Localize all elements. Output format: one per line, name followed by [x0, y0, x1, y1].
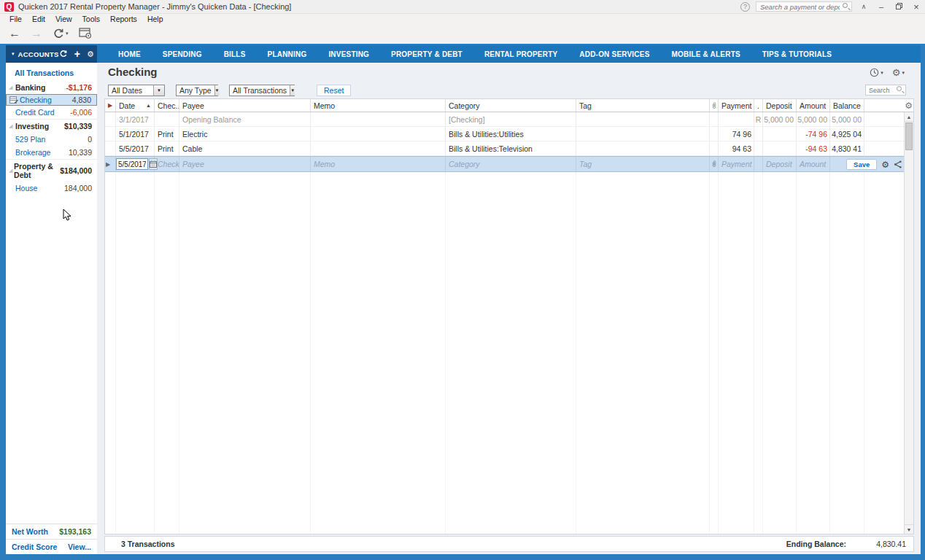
amount-field[interactable]: Amount	[797, 157, 830, 171]
attach-file-button[interactable]	[710, 157, 719, 171]
check-column-header[interactable]: Chec...	[155, 99, 179, 112]
minimize-button[interactable]: –	[875, 2, 887, 11]
menu-file[interactable]: File	[4, 15, 27, 23]
category-column-header[interactable]: Category	[446, 99, 576, 112]
payment-column-header[interactable]: Payment	[719, 99, 754, 112]
date-filter-select[interactable]: All Dates ▼	[108, 85, 165, 96]
payee-field[interactable]: Payee	[179, 157, 311, 171]
clr-column-header[interactable]: .	[754, 99, 763, 112]
net-worth-row[interactable]: Net Worth $193,163	[6, 524, 97, 539]
tab-home[interactable]: HOME	[107, 50, 152, 58]
menu-reports[interactable]: Reports	[105, 15, 142, 23]
help-icon[interactable]: ?	[740, 2, 750, 12]
tab-mobile-alerts[interactable]: MOBILE & ALERTS	[661, 50, 751, 58]
tab-planning[interactable]: PLANNING	[257, 50, 318, 58]
memo-column-header[interactable]: Memo	[311, 99, 446, 112]
tag-field[interactable]: Tag	[576, 157, 710, 171]
memo-field[interactable]: Memo	[311, 157, 446, 171]
collapse-chevron-icon[interactable]: ∧	[858, 3, 870, 10]
transaction-row[interactable]: 5/5/2017 Print Cable Bills & Utilities:T…	[105, 141, 913, 156]
main-content: Checking ▾ ⚙ ▾ All Dates ▼ Any Type ▼	[97, 63, 921, 554]
accounts-settings-gear-icon[interactable]: ⚙	[87, 50, 94, 59]
reset-filters-button[interactable]: Reset	[317, 85, 351, 96]
scroll-up-icon[interactable]: ▲	[905, 112, 913, 122]
payee-column-header[interactable]: Payee	[179, 99, 311, 112]
accounts-sidebar: All Transactions ◢ Banking -$1,176 Check…	[6, 63, 97, 554]
one-step-update-button[interactable]: ▾	[53, 28, 69, 40]
tab-spending[interactable]: SPENDING	[152, 50, 213, 58]
date-column-header[interactable]: Date▲	[116, 99, 155, 112]
category-field[interactable]: Category	[446, 157, 576, 171]
forward-button[interactable]: →	[31, 27, 42, 40]
sidebar-item-checking[interactable]: Checking 4,830	[6, 94, 97, 106]
chevron-down-icon: ▾	[902, 70, 905, 76]
sidebar-item-brokerage[interactable]: Brokerage 10,339	[6, 146, 97, 159]
reminders-clock-button[interactable]: ▾	[870, 68, 883, 77]
filter-row: All Dates ▼ Any Type ▼ All Transactions …	[108, 82, 912, 98]
sidebar-item-all-transactions[interactable]: All Transactions	[6, 66, 97, 81]
sidebar-item-house[interactable]: House 184,000	[6, 182, 97, 195]
tab-investing[interactable]: INVESTING	[317, 50, 380, 58]
vertical-scrollbar[interactable]: ▲ ▼	[904, 112, 913, 534]
menu-tools[interactable]: Tools	[77, 15, 106, 23]
add-account-icon[interactable]: +	[74, 50, 80, 58]
scroll-down-icon[interactable]: ▼	[905, 524, 913, 534]
transaction-row[interactable]: 3/1/2017 Opening Balance [Checking] R 5,…	[105, 112, 913, 127]
sidebar-group-investing[interactable]: ◢ Investing $10,339	[6, 119, 97, 133]
page-title: Checking	[108, 66, 158, 78]
edit-row-indicator-icon: ▶	[106, 161, 110, 168]
collapse-triangle-icon[interactable]: ◢	[9, 123, 15, 129]
refresh-accounts-icon[interactable]	[59, 50, 68, 58]
credit-score-view-link[interactable]: View...	[68, 542, 91, 551]
customize-toolbar-button[interactable]	[79, 28, 92, 40]
global-search-input[interactable]	[756, 1, 852, 12]
type-filter-select[interactable]: Any Type ▼	[176, 85, 218, 96]
save-button[interactable]: Save	[846, 159, 877, 170]
credit-score-row[interactable]: Credit Score View...	[6, 539, 97, 554]
account-balance: 4,830	[72, 96, 91, 104]
tag-column-header[interactable]: Tag	[576, 99, 710, 112]
transaction-row[interactable]: 5/1/2017 Print Electric Bills & Utilitie…	[105, 127, 913, 141]
global-search	[756, 1, 852, 12]
back-button[interactable]: ←	[9, 27, 20, 40]
menu-help[interactable]: Help	[142, 15, 169, 23]
menu-view[interactable]: View	[50, 15, 77, 23]
close-button[interactable]: ×	[910, 1, 922, 12]
tab-bills[interactable]: BILLS	[213, 50, 257, 58]
tab-tips-tutorials[interactable]: TIPS & TUTORIALS	[751, 50, 843, 58]
sort-ascending-icon: ▲	[146, 103, 151, 108]
column-settings-gear-icon[interactable]: ⚙	[905, 101, 913, 111]
tab-property-debt[interactable]: PROPERTY & DEBT	[380, 50, 473, 58]
edit-gear-icon[interactable]: ⚙	[881, 160, 889, 170]
date-input[interactable]	[116, 158, 148, 170]
attachment-column-header[interactable]	[710, 99, 719, 112]
split-transaction-icon[interactable]	[894, 160, 902, 168]
balance-column-header[interactable]: Balance	[830, 99, 864, 112]
menu-edit[interactable]: Edit	[27, 15, 50, 23]
check-number-field[interactable]: Check #	[155, 157, 179, 171]
register-settings-button[interactable]: ⚙ ▾	[892, 67, 905, 78]
collapse-triangle-icon[interactable]: ◢	[9, 168, 14, 174]
window-title: Quicken 2017 Rental Property Manager - J…	[18, 2, 291, 11]
toolbar: ← → ▾	[0, 23, 925, 44]
chevron-down-icon[interactable]: ▾	[12, 51, 15, 57]
tab-addon-services[interactable]: ADD-ON SERVICES	[568, 50, 660, 58]
tab-rental-property[interactable]: RENTAL PROPERTY	[473, 50, 568, 58]
deposit-field[interactable]: Deposit	[763, 157, 797, 171]
amount-column-header[interactable]: Amount	[797, 99, 830, 112]
group-total: $184,000	[60, 166, 92, 175]
deposit-column-header[interactable]: Deposit	[763, 99, 797, 112]
ending-balance-label: Ending Balance:	[786, 540, 846, 548]
accounts-panel-header: ▾ ACCOUNTS + ⚙	[6, 45, 97, 63]
sidebar-group-banking[interactable]: ◢ Banking -$1,176	[6, 81, 97, 94]
sidebar-group-property-debt[interactable]: ◢ Property & Debt $184,000	[6, 159, 97, 182]
collapse-triangle-icon[interactable]: ◢	[9, 85, 15, 90]
sidebar-item-529-plan[interactable]: 529 Plan 0	[6, 133, 97, 146]
scrollbar-thumb[interactable]	[905, 122, 913, 150]
transactions-filter-select[interactable]: All Transactions ▼	[229, 85, 295, 96]
sidebar-item-credit-card[interactable]: Credit Card -6,006	[6, 106, 97, 119]
restore-button[interactable]	[893, 2, 905, 11]
flag-column-header[interactable]: ▶	[105, 99, 116, 112]
new-transaction-edit-row[interactable]: ▶ Check # Payee Memo Category Tag Paymen…	[105, 156, 913, 172]
payment-field[interactable]: Payment	[719, 157, 754, 171]
